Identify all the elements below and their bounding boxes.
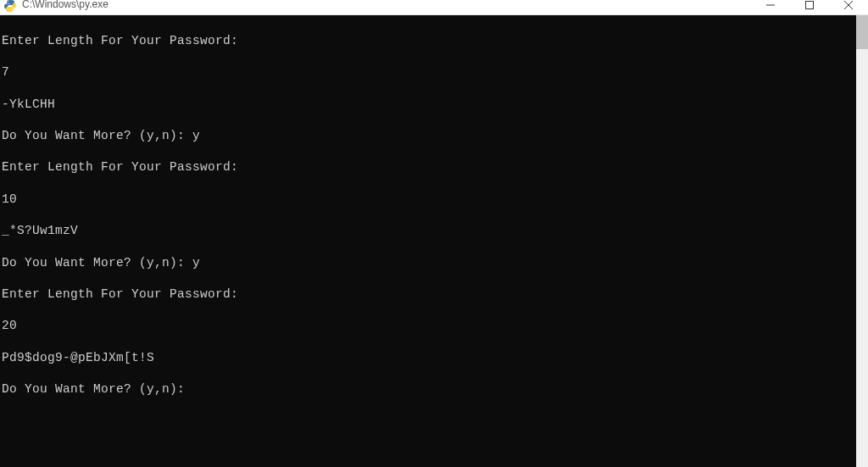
terminal-line: Do You Want More? (y,n): y [2,255,854,271]
terminal-output: Enter Length For Your Password: 7 -YkLCH… [0,15,856,429]
terminal-line: 10 [2,192,854,208]
terminal-line: 20 [2,318,854,334]
terminal-line: Enter Length For Your Password: [2,33,854,49]
terminal-line: 7 [2,64,854,81]
svg-point-1 [12,10,13,11]
window-controls [751,0,868,14]
terminal-line: _*S?Uw1mzV [2,223,854,239]
terminal-line: -YkLCHH [2,97,854,113]
titlebar[interactable]: C:\Windows\py.exe [0,0,868,15]
terminal-line: Pd9$dog9-@pEbJXm[t!S [2,350,854,366]
python-icon [3,0,17,13]
minimize-button[interactable] [751,0,790,14]
terminal-line: Enter Length For Your Password: [2,159,854,175]
close-button[interactable] [829,0,868,14]
window-title: C:\Windows\py.exe [22,0,108,10]
terminal-line: Do You Want More? (y,n): [2,381,854,398]
terminal-line: Do You Want More? (y,n): y [2,128,854,144]
scrollbar-thumb[interactable] [856,15,868,49]
maximize-button[interactable] [790,0,829,14]
scrollbar[interactable] [856,15,868,467]
terminal[interactable]: Enter Length For Your Password: 7 -YkLCH… [0,15,856,467]
terminal-line: Enter Length For Your Password: [2,286,854,303]
svg-point-0 [8,1,8,2]
svg-rect-3 [806,2,814,9]
